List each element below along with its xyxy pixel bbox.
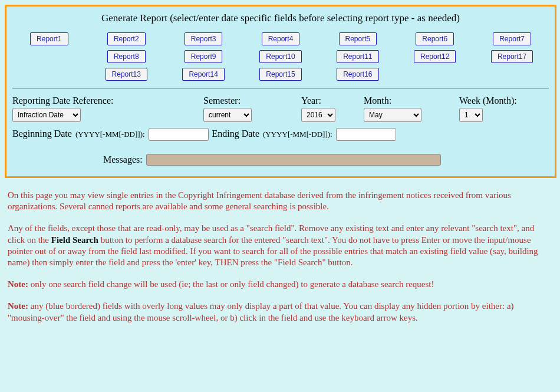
panel-title: Generate Report (select/enter date speci…	[12, 12, 549, 24]
report16-button[interactable]: Report16	[337, 68, 378, 81]
begin-date-hint: (YYYY[-MM[-DD]]):	[75, 130, 145, 139]
intro-paragraph: On this page you may view single entries…	[8, 190, 552, 212]
report9-button[interactable]: Report9	[185, 50, 223, 63]
year-select[interactable]: 2016	[301, 108, 335, 122]
messages-field[interactable]	[146, 154, 441, 166]
report4-button[interactable]: Report4	[262, 32, 300, 45]
report13-button[interactable]: Report13	[106, 68, 147, 81]
semester-label: Semester:	[203, 95, 301, 106]
report17-button[interactable]: Report17	[491, 50, 533, 63]
generate-report-panel: Generate Report (select/enter date speci…	[5, 5, 556, 178]
end-date-hint: (YYYY[-MM[-DD]]):	[263, 130, 332, 139]
week-select[interactable]: 1	[459, 108, 483, 122]
filters-row-1: Reporting Date Reference: Infraction Dat…	[12, 95, 549, 122]
month-select[interactable]: May	[364, 108, 421, 122]
messages-label: Messages:	[103, 154, 143, 165]
search-instructions-paragraph: Any of the fields, except those that are…	[8, 223, 552, 268]
report3-button[interactable]: Report3	[185, 32, 223, 45]
note-1-paragraph: Note: only one search field change will …	[8, 279, 552, 290]
note-2-paragraph: Note: any (blue bordered) fields with ov…	[8, 301, 552, 323]
report11-button[interactable]: Report11	[337, 50, 378, 63]
report8-button[interactable]: Report8	[107, 50, 146, 63]
report10-button[interactable]: Report10	[259, 50, 301, 63]
report2-button[interactable]: Report2	[107, 32, 146, 45]
instructions: On this page you may view single entries…	[2, 189, 558, 340]
report12-button[interactable]: Report12	[414, 50, 456, 63]
note-label: Note:	[8, 301, 28, 311]
report7-button[interactable]: Report7	[493, 32, 531, 45]
month-label: Month:	[364, 95, 459, 106]
report6-button[interactable]: Report6	[416, 32, 454, 45]
semester-select[interactable]: current	[203, 108, 252, 122]
end-date-label: Ending Date	[212, 129, 259, 139]
report15-button[interactable]: Report15	[259, 68, 301, 81]
report14-button[interactable]: Report14	[182, 68, 224, 81]
note-label: Note:	[8, 279, 28, 289]
year-label: Year:	[301, 95, 364, 106]
end-date-input[interactable]	[336, 128, 396, 141]
divider	[12, 88, 549, 88]
filters-row-2: Beginning Date (YYYY[-MM[-DD]]): Ending …	[12, 128, 549, 141]
report5-button[interactable]: Report5	[339, 32, 377, 45]
begin-date-label: Beginning Date	[12, 129, 72, 139]
ref-label: Reporting Date Reference:	[12, 95, 203, 106]
field-search-label: Field Search	[51, 235, 98, 245]
report-buttons-grid: Report1 Report2 Report3 Report4 Report5 …	[12, 32, 549, 81]
messages-row: Messages:	[12, 154, 549, 166]
week-label: Week (Month):	[459, 95, 517, 106]
report1-button[interactable]: Report1	[30, 32, 68, 45]
begin-date-input[interactable]	[149, 128, 209, 141]
ref-select[interactable]: Infraction Date	[12, 108, 81, 122]
